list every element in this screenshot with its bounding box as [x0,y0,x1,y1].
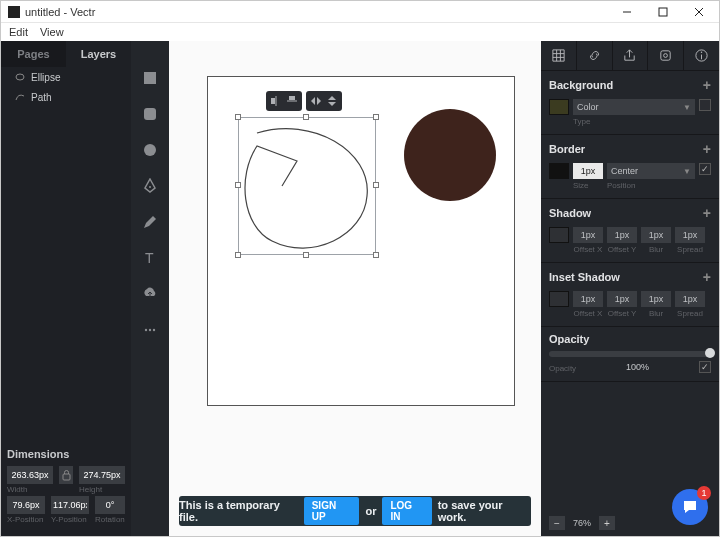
svg-point-9 [149,186,151,188]
shadow-spread-input[interactable]: 1px [675,227,705,243]
border-section: Border + 1px Size Center▼ Position [541,135,719,199]
inset-blur-input[interactable]: 1px [641,291,671,307]
border-add-button[interactable]: + [703,141,711,157]
menu-edit[interactable]: Edit [9,26,28,38]
background-visible-check[interactable] [699,99,711,111]
handle-tr[interactable] [373,114,379,120]
svg-point-19 [664,54,668,58]
text-tool[interactable]: T [141,249,159,267]
zoom-out-button[interactable]: − [549,516,565,530]
shadow-title: Shadow [549,207,591,219]
handle-bm[interactable] [303,252,309,258]
border-size-input[interactable]: 1px [573,163,603,179]
lock-aspect-button[interactable] [59,466,73,484]
app-window: untitled - Vectr Edit View Pages Layers … [0,0,720,537]
info-icon[interactable] [683,41,719,70]
tab-layers[interactable]: Layers [66,41,131,67]
height-input[interactable] [79,466,125,484]
border-visible-check[interactable] [699,163,711,175]
shadow-color-swatch[interactable] [549,227,569,243]
shadow-blur-input[interactable]: 1px [641,227,671,243]
path-icon [15,92,25,102]
handle-tl[interactable] [235,114,241,120]
window-maximize-button[interactable] [645,1,681,23]
upload-tool[interactable] [141,285,159,303]
selection-box[interactable] [238,117,376,255]
border-position-select[interactable]: Center▼ [607,163,695,179]
shadow-offsetx-input[interactable]: 1px [573,227,603,243]
flip-h-button[interactable] [308,93,324,109]
window-close-button[interactable] [681,1,717,23]
svg-rect-16 [289,96,295,100]
handle-tm[interactable] [303,114,309,120]
svg-point-22 [701,51,703,53]
border-position-label: Position [607,181,695,190]
inset-offsety-input[interactable]: 1px [607,291,637,307]
more-tools[interactable] [141,321,159,339]
inset-offsetx-input[interactable]: 1px [573,291,603,307]
handle-br[interactable] [373,252,379,258]
zoom-in-button[interactable]: + [599,516,615,530]
flip-v-button[interactable] [324,93,340,109]
settings-icon[interactable] [647,41,683,70]
background-color-swatch[interactable] [549,99,569,115]
shadow-offsety-input[interactable]: 1px [607,227,637,243]
selection-toolbar [266,91,342,111]
login-button[interactable]: LOG IN [382,497,431,525]
layer-item-ellipse[interactable]: Ellipse [1,67,131,87]
pencil-tool[interactable] [141,213,159,231]
inset-shadow-color-swatch[interactable] [549,291,569,307]
svg-rect-1 [659,8,667,16]
background-type-label: Type [573,117,695,126]
right-panel: Background + Color▼ Type B [541,41,719,536]
align-v-button[interactable] [284,93,300,109]
handle-ml[interactable] [235,182,241,188]
tab-pages[interactable]: Pages [1,41,66,67]
opacity-title: Opacity [549,333,589,345]
grid-icon[interactable] [541,41,576,70]
rotation-label: Rotation [95,515,125,524]
align-h-button[interactable] [268,93,284,109]
rect-tool[interactable] [141,69,159,87]
border-color-swatch[interactable] [549,163,569,179]
banner-pre-text: This is a temporary file. [179,499,298,523]
window-minimize-button[interactable] [609,1,645,23]
top-icon-row [541,41,719,71]
inset-spread-input[interactable]: 1px [675,291,705,307]
inset-shadow-add-button[interactable]: + [703,269,711,285]
export-icon[interactable] [612,41,648,70]
canvas-viewport[interactable] [169,41,541,536]
shadow-add-button[interactable]: + [703,205,711,221]
page[interactable] [207,76,515,406]
handle-mr[interactable] [373,182,379,188]
layer-label: Ellipse [31,72,60,83]
layers-list: Ellipse Path [1,67,131,442]
app-body: Pages Layers Ellipse Path Dimensions [1,41,719,536]
handle-bl[interactable] [235,252,241,258]
inset-shadow-title: Inset Shadow [549,271,620,283]
ellipse-shape[interactable] [404,109,496,201]
svg-point-11 [145,329,147,331]
shadow-section: Shadow + 1pxOffset X 1pxOffset Y 1pxBlur… [541,199,719,263]
rotation-input[interactable] [95,496,125,514]
background-type-select[interactable]: Color▼ [573,99,695,115]
svg-point-4 [16,74,24,80]
opacity-thumb[interactable] [705,348,715,358]
width-input[interactable] [7,466,53,484]
x-position-input[interactable] [7,496,45,514]
pen-tool[interactable] [141,177,159,195]
signup-button[interactable]: SIGN UP [304,497,360,525]
opacity-visible-check[interactable] [699,361,711,373]
link-icon[interactable] [576,41,612,70]
svg-rect-5 [63,474,70,480]
layer-item-path[interactable]: Path [1,87,131,107]
background-add-button[interactable]: + [703,77,711,93]
left-panel: Pages Layers Ellipse Path Dimensions [1,41,131,536]
chat-bubble[interactable]: 1 [672,489,708,525]
y-position-input[interactable] [51,496,89,514]
y-position-label: Y-Position [51,515,89,524]
ellipse-tool[interactable] [141,141,159,159]
rounded-rect-tool[interactable] [141,105,159,123]
opacity-slider[interactable] [549,351,711,357]
menu-view[interactable]: View [40,26,64,38]
